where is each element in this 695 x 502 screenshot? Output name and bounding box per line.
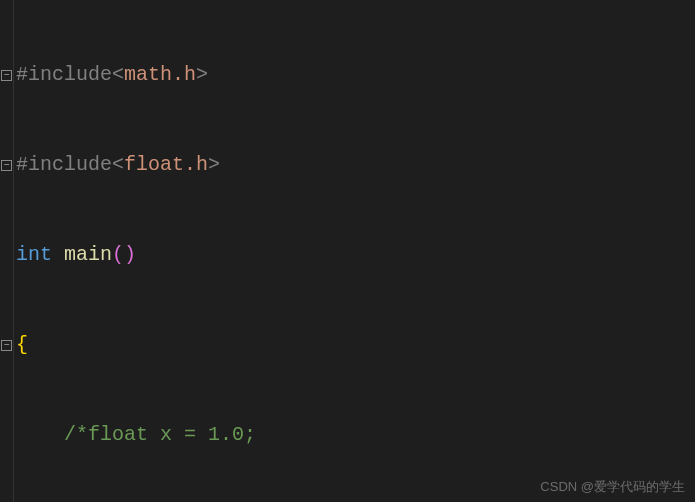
code-line[interactable]: #include<math.h> xyxy=(16,60,695,90)
fold-marker[interactable]: − xyxy=(1,340,12,351)
code-line[interactable]: int main() xyxy=(16,240,695,270)
code-line[interactable]: /*float x = 1.0; xyxy=(16,420,695,450)
code-line[interactable]: #include<float.h> xyxy=(16,150,695,180)
fold-gutter: − − − xyxy=(0,0,14,502)
code-editor[interactable]: − − − #include<math.h> #include<float.h>… xyxy=(0,0,695,502)
fold-marker[interactable]: − xyxy=(1,70,12,81)
code-line[interactable]: { xyxy=(16,330,695,360)
watermark-text: CSDN @爱学代码的学生 xyxy=(540,477,685,497)
fold-marker[interactable]: − xyxy=(1,160,12,171)
code-area[interactable]: #include<math.h> #include<float.h> int m… xyxy=(14,0,695,502)
